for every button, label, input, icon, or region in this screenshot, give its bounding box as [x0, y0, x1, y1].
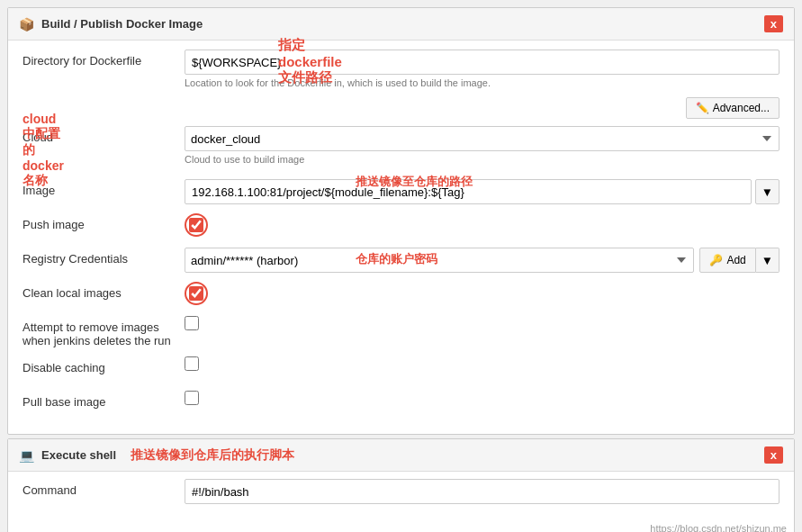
cloud-select[interactable]: docker_cloud: [185, 126, 779, 151]
advanced-button[interactable]: ✏️ Advanced...: [686, 97, 779, 119]
cloud-row: Cloud docker_cloud Cloud to use to build…: [23, 126, 779, 165]
disable-caching-row: Disable caching: [23, 356, 779, 382]
panel-body: 指定dockerfile文件路径 Directory for Dockerfil…: [8, 41, 794, 434]
add-chevron-icon: ▼: [761, 254, 773, 267]
push-image-label: Push image: [23, 213, 185, 231]
attempt-remove-label: Attempt to remove images when jenkins de…: [23, 316, 185, 347]
push-image-checkbox[interactable]: [189, 218, 203, 232]
key-icon: 🔑: [709, 254, 723, 266]
add-button-label: Add: [726, 254, 745, 266]
command-label: Command: [23, 479, 185, 497]
advanced-button-label: Advanced...: [713, 102, 770, 114]
attempt-remove-row: Attempt to remove images when jenkins de…: [23, 316, 779, 347]
panel-close-button[interactable]: x: [764, 15, 783, 32]
clean-local-checkbox[interactable]: [189, 286, 203, 301]
disable-caching-checkbox[interactable]: [185, 356, 199, 371]
pull-base-label: Pull base image: [23, 391, 185, 409]
image-row: Image ▼: [23, 179, 779, 204]
cloud-label: Cloud: [23, 126, 185, 144]
command-row: Command: [23, 479, 779, 504]
push-image-row: Push image: [23, 213, 779, 239]
attempt-remove-checkbox[interactable]: [185, 316, 199, 330]
clean-local-checkbox-wrap: [185, 282, 208, 305]
execute-icon: 💻: [19, 448, 34, 463]
registry-credentials-select[interactable]: admin/****** (harbor): [185, 248, 694, 273]
panel-header: 📦 Build / Publish Docker Image x: [8, 8, 794, 41]
add-credential-button[interactable]: 🔑 Add: [699, 248, 755, 273]
dockerfile-dir-help: Location to look for the Dockerfile in, …: [185, 77, 779, 88]
add-credential-dropdown-button[interactable]: ▼: [756, 248, 779, 273]
command-input[interactable]: [185, 479, 779, 504]
add-btn-group: 🔑 Add ▼: [699, 248, 779, 273]
panel-title: Build / Publish Docker Image: [41, 17, 203, 31]
execute-panel-header: 💻 Execute shell 推送镜像到仓库后的执行脚本 x: [8, 439, 794, 472]
dockerfile-dir-label: Directory for Dockerfile: [23, 50, 185, 68]
cloud-help: Cloud to use to build image: [185, 154, 779, 165]
chevron-down-icon: ▼: [761, 185, 773, 199]
pull-base-row: Pull base image: [23, 391, 779, 416]
image-dropdown-button[interactable]: ▼: [755, 179, 779, 204]
watermark: https://blog.csdn.net/shizun.me: [8, 520, 794, 532]
execute-annotation: 推送镜像到仓库后的执行脚本: [131, 447, 294, 464]
dockerfile-dir-row: Directory for Dockerfile Location to loo…: [23, 50, 779, 88]
execute-panel-title: Execute shell: [41, 448, 116, 462]
registry-credentials-row: Registry Credentials admin/****** (harbo…: [23, 248, 779, 273]
execute-shell-panel: 💻 Execute shell 推送镜像到仓库后的执行脚本 x Command …: [7, 438, 795, 532]
pencil-icon: ✏️: [696, 102, 709, 114]
execute-panel-body: Command: [8, 472, 794, 520]
image-input[interactable]: [185, 179, 752, 204]
disable-caching-label: Disable caching: [23, 356, 185, 374]
clean-local-label: Clean local images: [23, 282, 185, 300]
clean-local-row: Clean local images: [23, 282, 779, 307]
docker-build-panel: 📦 Build / Publish Docker Image x 指定docke…: [7, 7, 795, 435]
pull-base-checkbox[interactable]: [185, 391, 199, 405]
push-image-checkbox-wrap: [185, 213, 208, 237]
registry-credentials-label: Registry Credentials: [23, 248, 185, 266]
image-label: Image: [23, 179, 185, 197]
docker-icon: 📦: [19, 17, 34, 32]
dockerfile-dir-input[interactable]: [185, 50, 779, 75]
execute-panel-close-button[interactable]: x: [764, 446, 783, 464]
